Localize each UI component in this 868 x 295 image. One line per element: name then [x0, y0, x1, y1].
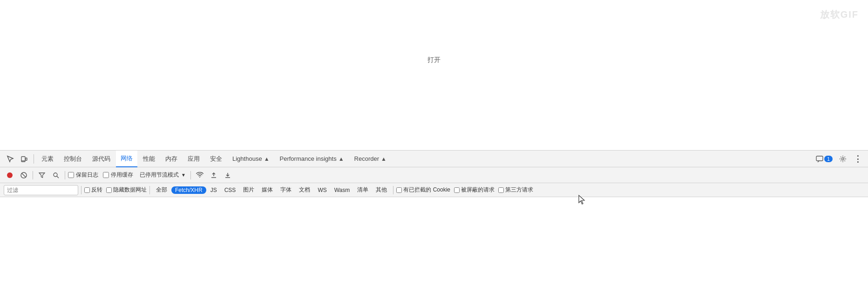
svg-line-8: [22, 173, 26, 177]
preserve-log-checkbox[interactable]: 保留日志: [68, 171, 98, 179]
toolbar-divider-3: [190, 171, 191, 179]
watermark: 放软GIF: [820, 8, 859, 21]
chat-badge: 1: [824, 156, 833, 162]
svg-point-9: [54, 173, 57, 177]
tab-performance[interactable]: 性能: [138, 151, 160, 167]
blocked-cookies-checkbox[interactable]: 有已拦截的 Cookie: [396, 186, 450, 194]
more-options-icon-button[interactable]: ⋮: [851, 152, 864, 165]
toolbar-divider-2: [65, 171, 65, 179]
throttle-select[interactable]: 已停用节流模式 ▼: [138, 170, 188, 180]
blocked-requests-checkbox[interactable]: 被屏蔽的请求: [454, 186, 495, 194]
tab-recorder[interactable]: Recorder ▲: [350, 151, 391, 167]
hide-data-urls-checkbox[interactable]: 隐藏数据网址: [106, 186, 147, 194]
tab-bar-divider: [34, 154, 34, 164]
invert-checkbox[interactable]: 反转: [84, 186, 102, 194]
chat-icon-button[interactable]: 1: [814, 152, 834, 165]
network-toolbar: 保留日志 停用缓存 已停用节流模式 ▼: [0, 167, 868, 183]
svg-point-6: [7, 172, 13, 178]
inspect-element-icon[interactable]: [4, 152, 17, 165]
tab-elements[interactable]: 元素: [37, 151, 58, 167]
wifi-conditions-button[interactable]: [194, 169, 206, 181]
disable-cache-checkbox[interactable]: 停用缓存: [103, 171, 133, 179]
tab-console[interactable]: 控制台: [59, 151, 87, 167]
filter-tag-img[interactable]: 图片: [240, 185, 258, 194]
stop-button[interactable]: [18, 169, 30, 181]
import-har-button[interactable]: [208, 169, 220, 181]
hide-data-urls-input[interactable]: [106, 187, 112, 193]
filter-tag-other[interactable]: 其他: [373, 185, 390, 194]
tab-application[interactable]: 应用: [183, 151, 204, 167]
filter-divider-1: [81, 186, 81, 194]
svg-rect-3: [816, 156, 823, 161]
devtools-tab-bar: 元素 控制台 源代码 网络 性能 内存 应用 安全 Lighthouse ▲ P…: [0, 151, 868, 167]
device-toolbar-icon[interactable]: [18, 152, 31, 165]
filter-tag-doc[interactable]: 文档: [296, 185, 313, 194]
filter-tag-all[interactable]: 全部: [153, 185, 170, 194]
lighthouse-icon: ▲: [264, 156, 270, 162]
throttle-dropdown-icon: ▼: [181, 172, 186, 178]
tab-lighthouse[interactable]: Lighthouse ▲: [228, 151, 274, 167]
tab-bar-right: 1 ⋮: [814, 152, 864, 165]
filter-tag-js[interactable]: JS: [207, 186, 220, 194]
third-party-input[interactable]: [498, 187, 504, 193]
network-empty-area: [0, 197, 868, 295]
preserve-log-input[interactable]: [68, 172, 74, 178]
tab-performance-insights[interactable]: Performance insights ▲: [275, 151, 349, 167]
filter-tag-ws[interactable]: WS: [314, 186, 330, 194]
third-party-checkbox[interactable]: 第三方请求: [498, 186, 533, 194]
filter-icon-button[interactable]: [36, 169, 48, 181]
filter-tag-font[interactable]: 字体: [277, 185, 295, 194]
filter-divider-2: [149, 186, 150, 194]
svg-point-5: [842, 158, 844, 160]
toolbar-divider-1: [33, 171, 33, 179]
network-filter-row: 反转 隐藏数据网址 全部 Fetch/XHR JS CSS 图片 媒体 字体 文…: [0, 183, 868, 197]
filter-tag-css[interactable]: CSS: [221, 186, 239, 194]
filter-input[interactable]: [4, 185, 78, 195]
tab-network[interactable]: 网络: [116, 151, 137, 167]
tab-sources[interactable]: 源代码: [88, 151, 115, 167]
blocked-cookies-input[interactable]: [396, 187, 402, 193]
recorder-icon: ▲: [381, 156, 387, 162]
filter-tag-media[interactable]: 媒体: [258, 185, 276, 194]
tab-memory[interactable]: 内存: [161, 151, 182, 167]
open-button[interactable]: 打开: [427, 56, 441, 64]
filter-tag-fetch-xhr[interactable]: Fetch/XHR: [171, 186, 206, 194]
filter-tag-wasm[interactable]: Wasm: [331, 186, 353, 194]
blocked-requests-input[interactable]: [454, 187, 460, 193]
export-har-button[interactable]: [222, 169, 234, 181]
invert-checkbox-input[interactable]: [84, 187, 90, 193]
performance-insights-icon: ▲: [339, 156, 344, 162]
disable-cache-input[interactable]: [103, 172, 109, 178]
tab-security[interactable]: 安全: [205, 151, 227, 167]
filter-tag-clear[interactable]: 清单: [354, 185, 372, 194]
svg-line-10: [57, 176, 59, 178]
devtools-panel: 元素 控制台 源代码 网络 性能 内存 应用 安全 Lighthouse ▲ P…: [0, 150, 868, 295]
search-icon-button[interactable]: [50, 169, 62, 181]
svg-rect-1: [26, 158, 27, 160]
main-content-area: 打开: [0, 0, 868, 120]
settings-icon-button[interactable]: [836, 152, 849, 165]
filter-divider-3: [393, 186, 393, 194]
record-button[interactable]: [4, 169, 16, 181]
